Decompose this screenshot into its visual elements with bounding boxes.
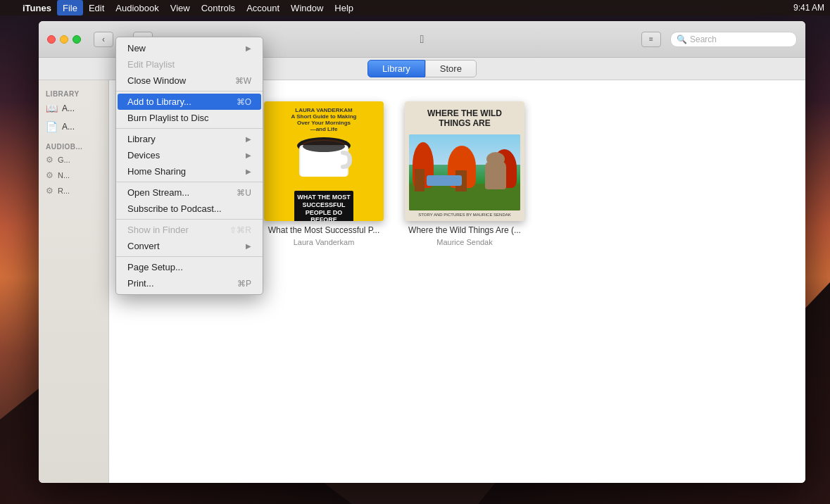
- menu-item-show-finder: Show in Finder ⇧⌘R: [118, 222, 261, 238]
- sidebar-item-2[interactable]: 📄 A...: [39, 118, 108, 136]
- gear-icon-3: ⚙: [46, 186, 54, 196]
- gear-label-2: N...: [58, 171, 70, 179]
- book-title-wild: Where the Wild Things Are (...: [408, 225, 521, 237]
- menu-item-page-setup[interactable]: Page Setup...: [118, 259, 261, 275]
- file-menu-dropdown: New ▶ Edit Playlist Close Window ⌘W Add …: [115, 37, 263, 295]
- gear-icon-1: ⚙: [46, 155, 54, 165]
- back-button[interactable]: ‹: [94, 32, 113, 47]
- menu-item-new-label: New: [127, 43, 146, 53]
- menubar-time: 9:41 AM: [793, 3, 824, 13]
- title-center: : [420, 33, 425, 46]
- menu-item-home-sharing[interactable]: Home Sharing ▶: [118, 163, 261, 179]
- menu-item-add-to-library[interactable]: Add to Library... ⌘O: [118, 94, 261, 110]
- menubar-itunes[interactable]: iTunes: [17, 0, 57, 15]
- menu-item-close-window[interactable]: Close Window ⌘W: [118, 73, 261, 89]
- search-icon: 🔍: [677, 34, 687, 44]
- new-submenu-arrow: ▶: [246, 44, 251, 52]
- menubar-controls[interactable]: Controls: [196, 0, 241, 15]
- print-shortcut: ⌘P: [237, 279, 251, 289]
- menubar-file[interactable]: File: [57, 0, 83, 15]
- minimize-button[interactable]: [60, 35, 68, 44]
- book-icon-1: 📖: [46, 103, 58, 114]
- list-view-button[interactable]: ≡: [641, 32, 661, 47]
- wild-cover-image: [409, 134, 520, 210]
- add-library-label: Add to Library...: [127, 96, 191, 107]
- menu-item-library[interactable]: Library ▶: [118, 131, 261, 147]
- menubar-view[interactable]: View: [165, 0, 196, 15]
- book-author-successful: Laura Vanderkam: [294, 238, 355, 246]
- book-item-successful[interactable]: LAURA VANDERKAMA Short Guide to MakingOv…: [264, 101, 384, 246]
- separator-4: [116, 219, 263, 220]
- burn-playlist-label: Burn Playlist to Disc: [127, 113, 209, 123]
- search-placeholder: Search: [690, 34, 717, 44]
- wild-author-bottom: STORY AND PICTURES BY MAURICE SENDAK: [417, 213, 513, 217]
- show-finder-label: Show in Finder: [127, 225, 189, 235]
- svg-point-5: [303, 141, 345, 152]
- cover-author-top: LAURA VANDERKAMA Short Guide to MakingOv…: [291, 107, 356, 132]
- book-cover-wild: WHERE THE WILD THINGS ARE: [405, 101, 524, 221]
- gear-label-1: G...: [58, 156, 70, 164]
- menu-item-subscribe-podcast[interactable]: Subscribe to Podcast...: [118, 201, 261, 217]
- gear-label-3: R...: [58, 187, 70, 195]
- separator-3: [116, 182, 263, 182]
- close-button[interactable]: [47, 35, 56, 44]
- menubar-edit[interactable]: Edit: [83, 0, 110, 15]
- menubar-account[interactable]: Account: [241, 0, 285, 15]
- separator-2: [116, 128, 263, 129]
- menu-item-edit-playlist: Edit Playlist: [118, 56, 261, 73]
- devices-label: Devices: [127, 150, 160, 160]
- menu-item-convert[interactable]: Convert ▶: [118, 238, 261, 254]
- home-sharing-submenu-arrow: ▶: [246, 168, 251, 175]
- book-author-wild: Maurice Sendak: [436, 238, 493, 246]
- sidebar-label-2: A...: [62, 122, 75, 132]
- menu-item-edit-playlist-label: Edit Playlist: [127, 59, 175, 70]
- subscribe-podcast-label: Subscribe to Podcast...: [127, 203, 222, 214]
- separator-1: [116, 91, 263, 92]
- menu-item-open-stream[interactable]: Open Stream... ⌘U: [118, 184, 261, 201]
- book-icon-2: 📄: [46, 121, 58, 132]
- apple-menu[interactable]: [6, 0, 17, 15]
- tab-library[interactable]: Library: [367, 60, 425, 77]
- show-finder-shortcut: ⇧⌘R: [229, 225, 251, 235]
- apple-logo-title: : [420, 33, 425, 46]
- traffic-lights: [47, 35, 81, 44]
- maximize-button[interactable]: [73, 35, 81, 44]
- itunes-window: ‹ ⊙  ≡ 🔍 Search Library Store Library 📖…: [39, 21, 805, 483]
- menubar-window[interactable]: Window: [285, 0, 329, 15]
- coffee-cup-visual: [292, 135, 356, 188]
- menubar-help[interactable]: Help: [329, 0, 359, 15]
- page-setup-label: Page Setup...: [127, 262, 183, 272]
- menu-item-devices[interactable]: Devices ▶: [118, 147, 261, 163]
- menu-item-new[interactable]: New ▶: [118, 40, 261, 56]
- list-view-icon: ≡: [649, 35, 653, 43]
- menubar: iTunes File Edit Audiobook View Controls…: [0, 0, 830, 15]
- sidebar-audiobooks-label: Audiob...: [39, 136, 108, 152]
- sidebar: Library 📖 A... 📄 A... Audiob... ⚙ G... ⚙…: [39, 80, 109, 483]
- menu-item-burn-playlist[interactable]: Burn Playlist to Disc: [118, 110, 261, 126]
- cover-text-2: WHAT THE MOSTSUCCESSFULPEOPLE DOBEFOREBR…: [294, 191, 353, 221]
- convert-label: Convert: [127, 241, 160, 251]
- book-item-wild[interactable]: WHERE THE WILD THINGS ARE: [405, 101, 524, 246]
- devices-submenu-arrow: ▶: [246, 151, 251, 159]
- sidebar-gear-2[interactable]: ⚙ N...: [39, 168, 108, 183]
- convert-submenu-arrow: ▶: [246, 242, 251, 250]
- menu-item-close-label: Close Window: [127, 75, 186, 86]
- menu-item-print[interactable]: Print... ⌘P: [118, 275, 261, 291]
- sidebar-label-1: A...: [62, 103, 75, 113]
- gear-icon-2: ⚙: [46, 170, 54, 180]
- book-cover-successful: LAURA VANDERKAMA Short Guide to MakingOv…: [264, 101, 384, 221]
- book-title-successful: What the Most Successful P...: [268, 225, 380, 237]
- sidebar-gear-1[interactable]: ⚙ G...: [39, 152, 108, 168]
- search-bar[interactable]: 🔍 Search: [670, 32, 797, 47]
- menubar-audiobook[interactable]: Audiobook: [110, 0, 164, 15]
- sidebar-library-label: Library: [39, 86, 108, 99]
- menubar-right: 9:41 AM: [793, 3, 824, 13]
- back-icon: ‹: [102, 34, 105, 44]
- wild-cover-title: WHERE THE WILD THINGS ARE: [409, 106, 520, 132]
- sidebar-gear-3[interactable]: ⚙ R...: [39, 183, 108, 199]
- tab-store[interactable]: Store: [425, 60, 477, 77]
- library-submenu-arrow: ▶: [246, 135, 251, 143]
- sidebar-item-1[interactable]: 📖 A...: [39, 99, 108, 118]
- add-library-shortcut: ⌘O: [237, 97, 251, 107]
- close-shortcut: ⌘W: [235, 76, 251, 86]
